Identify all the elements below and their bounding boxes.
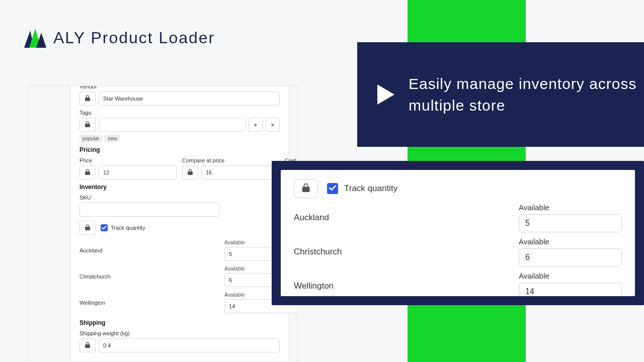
lock-icon xyxy=(85,95,90,102)
lock-icon xyxy=(85,224,90,231)
product-form: Vendor Tags + × xyxy=(70,85,289,362)
lock-button-track[interactable] xyxy=(79,221,96,235)
price-input[interactable] xyxy=(99,165,177,179)
lock-icon xyxy=(85,169,90,176)
form-preview-panel: Vendor Tags + × xyxy=(28,85,298,362)
available-label: Available xyxy=(519,272,622,280)
tag-chip[interactable]: new xyxy=(105,135,120,142)
available-label: Available xyxy=(519,237,622,246)
track-quantity-label-lg: Track quantity xyxy=(344,184,397,194)
add-tag-button[interactable]: + xyxy=(249,118,263,132)
hero-text: Easily manage inventory across multiple … xyxy=(409,73,644,117)
lock-icon xyxy=(302,183,310,194)
location-name: Auckland xyxy=(294,213,329,223)
clear-tag-button[interactable]: × xyxy=(266,118,280,132)
location-name: Wellington xyxy=(294,281,334,291)
tags-label: Tags xyxy=(79,110,280,116)
compare-label: Compare at price xyxy=(182,157,280,163)
track-quantity-checkbox[interactable] xyxy=(101,224,108,231)
lock-button-compare[interactable] xyxy=(182,165,198,179)
shipping-heading: Shipping xyxy=(79,319,280,326)
location-name: Christchurch xyxy=(79,274,111,280)
brand-name: ALY Product Loader xyxy=(53,29,215,47)
pricing-heading: Pricing xyxy=(79,146,280,153)
qty-input-wellington-lg[interactable] xyxy=(519,283,622,296)
sku-input[interactable] xyxy=(79,203,220,217)
lock-icon xyxy=(188,169,193,176)
track-quantity-checkbox-lg[interactable] xyxy=(327,183,338,194)
sku-label: SKU xyxy=(79,195,280,201)
location-name: Auckland xyxy=(79,247,102,253)
check-icon xyxy=(329,184,336,193)
lock-button-tags[interactable] xyxy=(79,118,96,132)
weight-input[interactable] xyxy=(99,338,280,352)
lock-icon xyxy=(85,342,90,349)
qty-input-christchurch-lg[interactable] xyxy=(519,248,622,266)
inventory-callout: Track quantity Auckland Available Christ… xyxy=(272,161,644,305)
brand-logo: ALY Product Loader xyxy=(24,28,215,48)
qty-input-auckland-lg[interactable] xyxy=(519,214,622,232)
tags-input[interactable] xyxy=(99,118,246,132)
lock-icon xyxy=(85,121,90,128)
inventory-heading: Inventory xyxy=(79,184,280,191)
location-name: Christchurch xyxy=(294,247,342,257)
lock-button-price[interactable] xyxy=(79,165,96,179)
price-label: Price xyxy=(79,157,177,163)
weight-label: Shipping weight (kg) xyxy=(79,330,280,336)
lock-button-vendor[interactable] xyxy=(79,92,96,106)
lock-button-weight[interactable] xyxy=(79,338,96,352)
tag-chip[interactable]: popular xyxy=(79,135,102,142)
location-name: Wellington xyxy=(79,300,105,306)
track-quantity-label: Track quantity xyxy=(111,225,145,231)
lock-button-track-lg[interactable] xyxy=(294,179,318,198)
vendor-label: Vendor xyxy=(79,85,280,89)
compare-input[interactable] xyxy=(201,165,280,179)
hero-banner: Easily manage inventory across multiple … xyxy=(357,42,644,147)
vendor-input[interactable] xyxy=(99,92,280,106)
available-label: Available xyxy=(519,203,622,212)
logo-icon xyxy=(24,28,46,48)
play-icon xyxy=(377,84,394,105)
check-icon xyxy=(102,226,107,230)
